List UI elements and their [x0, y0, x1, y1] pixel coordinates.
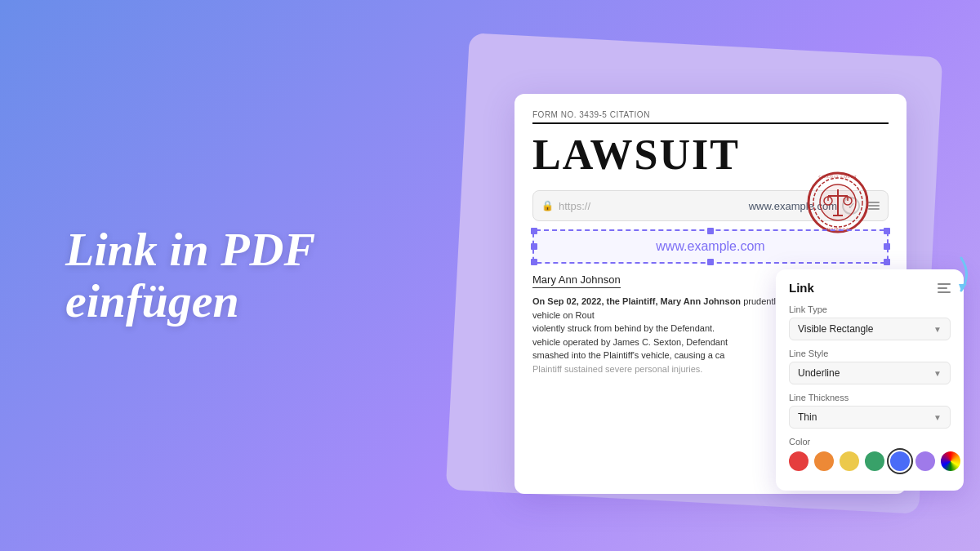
line-style-value: Underline: [798, 367, 840, 379]
color-field: Color: [789, 437, 951, 471]
hero-line2: einfügen: [65, 276, 315, 328]
panel-settings-icon[interactable]: [938, 283, 951, 293]
link-type-arrow-icon: ▼: [933, 325, 942, 334]
color-blue[interactable]: [890, 451, 910, 471]
arrow-decoration: [957, 250, 973, 302]
color-orange[interactable]: [814, 451, 834, 471]
link-type-select[interactable]: Visible Rectangle ▼: [789, 318, 951, 340]
color-red[interactable]: [789, 451, 808, 471]
handle-top-middle: [707, 228, 714, 234]
plaintiff-name: Mary Ann Johnson: [532, 273, 621, 288]
body-faded: Plaintiff sustained severe personal inju…: [532, 364, 702, 374]
line-thickness-field: Line Thickness Thin ▼: [789, 393, 951, 429]
line-thickness-value: Thin: [798, 411, 817, 423]
panel-title: Link: [789, 281, 814, 295]
svg-text:CIRCUIT COURT: CIRCUIT COURT: [818, 175, 857, 179]
panel-header: Link: [789, 281, 951, 295]
color-multicolor[interactable]: [941, 451, 960, 471]
link-type-field: Link Type Visible Rectangle ▼: [789, 304, 951, 340]
pdf-title: LAWSUIT: [532, 131, 740, 179]
hero-line1: Link in PDF: [65, 224, 315, 276]
url-lock-icon: 🔒: [541, 200, 554, 211]
link-type-label: Link Type: [789, 304, 951, 314]
body-bold: On Sep 02, 2022, the Plaintiff, Mary Ann…: [532, 296, 741, 306]
url-prefix: https://: [559, 200, 744, 212]
handle-bottom-right: [884, 259, 890, 265]
hero-text: Link in PDF einfügen: [65, 224, 315, 328]
line-style-select[interactable]: Underline ▼: [789, 362, 951, 384]
line-thickness-label: Line Thickness: [789, 393, 951, 402]
pdf-title-divider: [532, 122, 889, 124]
line-thickness-arrow-icon: ▼: [933, 413, 942, 422]
color-purple[interactable]: [915, 451, 935, 471]
color-swatches: [789, 451, 951, 471]
link-box-url-text: www.example.com: [546, 239, 875, 254]
pdf-stamp: CIRCUIT COURT DISTRICT 5: [805, 170, 871, 235]
color-yellow[interactable]: [840, 451, 859, 471]
color-green[interactable]: [865, 451, 884, 471]
handle-bottom-middle: [707, 259, 714, 265]
handle-middle-left: [531, 243, 537, 250]
handle-bottom-left: [531, 259, 537, 265]
handle-top-right: [884, 228, 890, 234]
color-label: Color: [789, 437, 951, 447]
line-style-arrow-icon: ▼: [933, 369, 942, 378]
pdf-form-number: FORM NO. 3439-5 CITATION: [532, 110, 889, 119]
handle-top-left: [531, 228, 537, 234]
link-type-value: Visible Rectangle: [798, 323, 874, 335]
line-style-label: Line Style: [789, 349, 951, 358]
line-thickness-select[interactable]: Thin ▼: [789, 406, 951, 429]
link-selection-box[interactable]: www.example.com: [532, 229, 889, 264]
handle-middle-right: [884, 243, 890, 250]
line-style-field: Line Style Underline ▼: [789, 349, 951, 384]
link-properties-panel: Link Link Type Visible Rectangle ▼ Line …: [776, 269, 964, 491]
